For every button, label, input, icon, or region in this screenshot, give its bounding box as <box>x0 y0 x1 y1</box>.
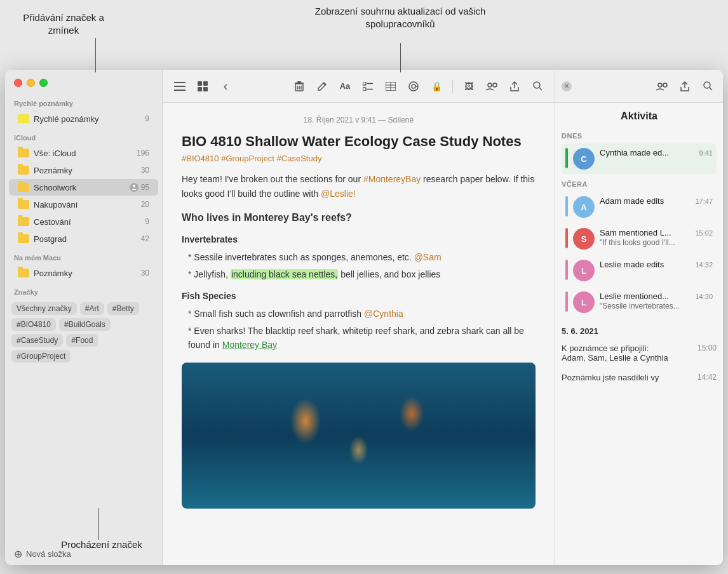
svg-line-35 <box>710 88 712 90</box>
count-schoolwork: 95 <box>141 183 149 192</box>
plus-icon: ⊕ <box>14 548 22 560</box>
activity-text-sam: Sam mentioned L... "If this looks good I… <box>600 228 690 247</box>
sidebar-item-postgrad[interactable]: Postgrad 42 <box>9 230 158 247</box>
activity-event-2: Poznámku jste nasdíleli vy 14:42 <box>562 370 717 385</box>
checklist-button[interactable] <box>358 77 377 96</box>
svg-point-29 <box>534 82 540 88</box>
sam-time: 15:02 <box>695 229 713 237</box>
svg-rect-9 <box>295 83 304 84</box>
bullet-item-2: Jellyfish, including black sea nettles, … <box>188 266 536 283</box>
grid-view-button[interactable] <box>193 77 212 96</box>
event-2-text: Poznámku jste nasdíleli vy <box>562 373 698 382</box>
bullet-list-fish: Small fish such as clownfish and parrotf… <box>182 305 536 353</box>
count-nakupovani: 20 <box>141 200 149 209</box>
activity-share-button[interactable] <box>676 77 694 95</box>
activity-item-adam[interactable]: A Adam made edits 17:47 <box>562 192 717 222</box>
day-header-today: DNES <box>562 127 717 144</box>
sidebar-item-quick-notes[interactable]: Rychlé poznámky 9 <box>9 110 158 127</box>
avatar-leslie-2: L <box>573 291 595 313</box>
indicator-sam <box>565 228 568 248</box>
svg-point-32 <box>663 83 667 87</box>
adam-time: 17:47 <box>695 197 713 205</box>
activity-item-leslie-2[interactable]: L Leslie mentioned... "Sessile invertebr… <box>562 287 717 317</box>
edit-button[interactable] <box>313 77 332 96</box>
format-button[interactable]: Aa <box>335 77 354 96</box>
section-header-tags: Značky <box>5 282 162 298</box>
sidebar-item-cestovani[interactable]: Cestování 9 <box>9 213 158 230</box>
mention-cynthia: @Cynthia <box>364 309 403 319</box>
activity-collab-button[interactable] <box>653 77 671 95</box>
new-folder-button[interactable]: ⊕ Nová složka <box>5 543 162 565</box>
sam-name: Sam mentioned L... <box>600 228 690 237</box>
toolbar: ‹ Aa 🔒 🖼 <box>163 70 555 103</box>
bullet-item-1: Sessile invertebrates such as sponges, a… <box>188 249 536 265</box>
svg-rect-17 <box>363 88 366 91</box>
new-folder-label: Nová složka <box>26 549 71 559</box>
activity-search-button[interactable] <box>699 77 717 95</box>
search-button[interactable] <box>528 77 547 96</box>
tag-food[interactable]: #Food <box>66 334 98 347</box>
note-body: Hey team! I've broken out the sections f… <box>182 172 536 353</box>
folder-icon-nakupovani <box>18 199 29 210</box>
activity-event-1: K poznámce se připojili: Adam, Sam, Lesl… <box>562 341 717 365</box>
label-schoolwork: Schoolwork <box>34 183 130 192</box>
activity-panel: ✕ Aktivita DNES C Cynthia <box>555 70 723 565</box>
svg-point-0 <box>133 185 135 187</box>
tag-groupproject[interactable]: #GroupProject <box>11 350 71 363</box>
avatar-leslie-1: L <box>573 260 595 281</box>
label-vse-icloud: Vše: iCloud <box>34 149 137 158</box>
activity-content: DNES C Cynthia made ed... 9:41 VČERA A A… <box>555 127 723 565</box>
event-1-time: 15:00 <box>698 344 717 352</box>
delete-button[interactable] <box>290 77 309 96</box>
activity-item-cynthia[interactable]: C Cynthia made ed... 9:41 <box>562 144 717 174</box>
leslie-1-time: 14:32 <box>695 261 713 269</box>
tag-bio4810[interactable]: #BIO4810 <box>11 318 56 331</box>
tag-casestudy[interactable]: #CaseStudy <box>11 334 63 347</box>
sidebar-item-schoolwork[interactable]: Schoolwork 95 <box>9 179 158 196</box>
section-header-icloud: iCloud <box>5 128 162 144</box>
svg-point-31 <box>658 83 662 87</box>
note-meta: 18. Říjen 2021 v 9:41 — Sdílené <box>182 116 536 124</box>
svg-rect-1 <box>174 82 185 83</box>
note-title: BIO 4810 Shallow Water Ecology Case Stud… <box>182 133 536 150</box>
sidebar-item-poznamky-icloud[interactable]: Poznámky 30 <box>9 162 158 178</box>
sidebar-item-vse-icloud[interactable]: Vše: iCloud 196 <box>9 145 158 161</box>
note-tags: #BIO4810 #GroupProject #CaseStudy <box>182 154 536 163</box>
activity-text-adam: Adam made edits <box>600 196 690 206</box>
minimize-button[interactable] <box>27 79 35 87</box>
bullet-item-3: Small fish such as clownfish and parrotf… <box>188 305 536 322</box>
label-cestovani: Cestování <box>34 217 145 227</box>
quick-notes-count: 9 <box>145 114 149 123</box>
sidebar-item-nakupovani[interactable]: Nakupování 20 <box>9 196 158 213</box>
sam-sub: "If this looks good I'll... <box>600 238 690 247</box>
tags-section: Všechny značky #Art #Betty #BIO4810 #Bui… <box>5 298 162 366</box>
tag-betty[interactable]: #Betty <box>107 302 139 315</box>
mention-button[interactable] <box>404 77 423 96</box>
maximize-button[interactable] <box>39 79 48 87</box>
share-button[interactable] <box>505 77 524 96</box>
note-subheading-fish: Fish Species <box>182 289 536 303</box>
label-nakupovani: Nakupování <box>34 200 141 210</box>
indicator-leslie-1 <box>565 260 568 280</box>
tag-art[interactable]: #Art <box>80 302 104 315</box>
back-button[interactable]: ‹ <box>216 77 235 96</box>
tag-vsechny[interactable]: Všechny značky <box>11 302 77 315</box>
note-area[interactable]: 18. Říjen 2021 v 9:41 — Sdílené BIO 4810… <box>163 103 555 565</box>
tag-buildgoals[interactable]: #BuildGoals <box>59 318 111 331</box>
cynthia-time: 9:41 <box>699 149 713 157</box>
photo-button[interactable]: 🖼 <box>459 77 478 96</box>
activity-close-button[interactable]: ✕ <box>562 81 572 91</box>
sidebar-content: Rychlé poznámky Rychlé poznámky 9 iCloud… <box>5 93 162 543</box>
table-button[interactable] <box>381 77 400 96</box>
label-postgrad: Postgrad <box>34 234 141 244</box>
lock-button[interactable]: 🔒 <box>427 77 446 96</box>
close-button[interactable] <box>14 79 22 87</box>
folder-icon-mac-poznamky <box>18 267 29 279</box>
list-view-button[interactable] <box>170 77 189 96</box>
note-subheading-invertebrates: Invertebrates <box>182 232 536 246</box>
sidebar-item-poznamky-mac[interactable]: Poznámky 30 <box>9 265 158 281</box>
activity-item-sam[interactable]: S Sam mentioned L... "If this looks good… <box>562 224 717 254</box>
collab-button[interactable] <box>482 77 501 96</box>
activity-text-leslie-2: Leslie mentioned... "Sessile invertebrat… <box>600 291 690 310</box>
activity-item-leslie-1[interactable]: L Leslie made edits 14:32 <box>562 255 717 286</box>
